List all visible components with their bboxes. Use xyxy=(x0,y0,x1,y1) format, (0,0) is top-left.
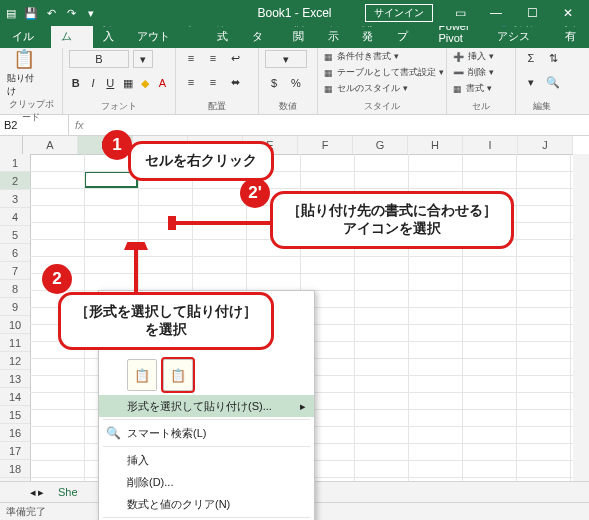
badge-2prime: 2' xyxy=(240,178,270,208)
paste-option-default[interactable]: 📋 xyxy=(127,359,157,391)
percent-icon[interactable]: % xyxy=(287,75,305,91)
sheet-nav-prev-icon[interactable]: ◂ xyxy=(30,486,36,499)
delete-cells-button[interactable]: ➖ 削除 ▾ xyxy=(453,66,509,79)
underline-button[interactable]: U xyxy=(104,75,117,91)
row-header[interactable]: 9 xyxy=(0,298,30,316)
spreadsheet-grid[interactable]: ABCDEFGHIJ 12345678910111213141516171819… xyxy=(0,136,589,502)
col-header[interactable]: I xyxy=(463,136,518,154)
group-number: 数値 xyxy=(265,100,311,113)
group-edit: 編集 xyxy=(522,100,562,113)
align-top-icon[interactable]: ≡ xyxy=(182,50,200,66)
sheet-nav-next-icon[interactable]: ▸ xyxy=(38,486,44,499)
col-header[interactable]: G xyxy=(353,136,408,154)
insert-cells-button[interactable]: ➕ 挿入 ▾ xyxy=(453,50,509,63)
callout-1: セルを右クリック xyxy=(128,141,274,181)
name-box[interactable]: B2 xyxy=(0,115,69,135)
ribbon-display-icon[interactable]: ▭ xyxy=(443,0,477,26)
bold-button[interactable]: B xyxy=(69,75,82,91)
align-center-icon[interactable]: ≡ xyxy=(204,74,222,90)
paste-label: 貼り付け xyxy=(7,72,41,98)
row-header[interactable]: 12 xyxy=(0,352,30,370)
callout-2prime: ［貼り付け先の書式に合わせる］ アイコンを選択 xyxy=(270,191,514,249)
undo-icon[interactable]: ↶ xyxy=(44,6,58,20)
ctx-clear[interactable]: 数式と値のクリア(N) xyxy=(99,493,314,515)
row-headers: 12345678910111213141516171819 xyxy=(0,154,31,482)
row-header[interactable]: 14 xyxy=(0,388,30,406)
ribbon: 📋 貼り付け クリップボード B ▾ B I U ▦ ◆ A フォント ≡ ≡ … xyxy=(0,48,589,115)
col-header[interactable]: A xyxy=(23,136,78,154)
ctx-delete[interactable]: 削除(D)... xyxy=(99,471,314,493)
row-header[interactable]: 6 xyxy=(0,244,30,262)
minimize-icon[interactable]: ― xyxy=(479,0,513,26)
ctx-insert[interactable]: 挿入 xyxy=(99,449,314,471)
font-color-button[interactable]: A xyxy=(156,75,169,91)
wrap-icon[interactable]: ↩ xyxy=(226,50,244,66)
vertical-scrollbar[interactable] xyxy=(573,154,589,482)
window-title: Book1 - Excel xyxy=(257,6,331,20)
ribbon-tabs: ファイル ホーム 挿入 ページ レイアウト 数式 データ 校閲 表示 開発 ヘル… xyxy=(0,26,589,48)
callout-2: ［形式を選択して貼り付け］ を選択 xyxy=(58,292,274,350)
font-size[interactable]: ▾ xyxy=(133,50,153,68)
border-button[interactable]: ▦ xyxy=(121,75,134,91)
group-align: 配置 xyxy=(182,100,252,113)
fill-icon[interactable]: ▾ xyxy=(522,74,540,90)
search-icon: 🔍 xyxy=(105,425,121,441)
close-icon[interactable]: ✕ xyxy=(551,0,585,26)
select-all-corner[interactable] xyxy=(0,136,23,154)
row-header[interactable]: 10 xyxy=(0,316,30,334)
sheet-tab[interactable]: She xyxy=(46,484,90,500)
autosum-icon[interactable]: Σ xyxy=(522,50,540,66)
font-name[interactable]: B xyxy=(69,50,129,68)
row-header[interactable]: 15 xyxy=(0,406,30,424)
col-header[interactable]: J xyxy=(518,136,573,154)
find-icon[interactable]: 🔍 xyxy=(544,74,562,90)
align-mid-icon[interactable]: ≡ xyxy=(204,50,222,66)
save-icon[interactable]: 💾 xyxy=(24,6,38,20)
table-format-button[interactable]: ▦ テーブルとして書式設定 ▾ xyxy=(324,66,440,79)
fill-color-button[interactable]: ◆ xyxy=(138,75,151,91)
row-header[interactable]: 7 xyxy=(0,262,30,280)
cell-styles-button[interactable]: ▦ セルのスタイル ▾ xyxy=(324,82,440,95)
paste-option-match-dest[interactable]: 📋 xyxy=(163,359,193,391)
row-header[interactable]: 2 xyxy=(0,172,30,190)
group-font: フォント xyxy=(69,100,169,113)
fx-icon[interactable]: fx xyxy=(75,119,84,131)
row-header[interactable]: 11 xyxy=(0,334,30,352)
row-header[interactable]: 8 xyxy=(0,280,30,298)
ctx-smart-lookup[interactable]: 🔍スマート検索(L) xyxy=(99,422,314,444)
title-bar: ▤ 💾 ↶ ↷ ▾ Book1 - Excel サインイン ▭ ― ☐ ✕ xyxy=(0,0,589,26)
row-header[interactable]: 13 xyxy=(0,370,30,388)
group-cells: セル xyxy=(453,100,509,113)
sort-icon[interactable]: ⇅ xyxy=(544,50,562,66)
badge-1: 1 xyxy=(102,130,132,160)
qat-more-icon[interactable]: ▾ xyxy=(84,6,98,20)
group-styles: スタイル xyxy=(324,100,440,113)
italic-button[interactable]: I xyxy=(86,75,99,91)
col-header[interactable]: H xyxy=(408,136,463,154)
cond-format-button[interactable]: ▦ 条件付き書式 ▾ xyxy=(324,50,440,63)
formula-bar-row: B2 fx xyxy=(0,115,589,136)
col-header[interactable]: F xyxy=(298,136,353,154)
merge-icon[interactable]: ⬌ xyxy=(226,74,244,90)
row-header[interactable]: 16 xyxy=(0,424,30,442)
paste-button[interactable]: 📋 貼り付け xyxy=(6,50,42,96)
submenu-arrow-icon: ▸ xyxy=(300,400,306,413)
ctx-paste-special[interactable]: 形式を選択して貼り付け(S)...▸ xyxy=(99,395,314,417)
badge-2: 2 xyxy=(42,264,72,294)
row-header[interactable]: 1 xyxy=(0,154,30,172)
maximize-icon[interactable]: ☐ xyxy=(515,0,549,26)
align-left-icon[interactable]: ≡ xyxy=(182,74,200,90)
row-header[interactable]: 4 xyxy=(0,208,30,226)
currency-icon[interactable]: $ xyxy=(265,75,283,91)
row-header[interactable]: 3 xyxy=(0,190,30,208)
row-header[interactable]: 17 xyxy=(0,442,30,460)
format-cells-button[interactable]: ▦ 書式 ▾ xyxy=(453,82,509,95)
row-header[interactable]: 18 xyxy=(0,460,30,478)
number-format[interactable]: ▾ xyxy=(265,50,307,68)
row-header[interactable]: 5 xyxy=(0,226,30,244)
signin-button[interactable]: サインイン xyxy=(365,4,433,22)
redo-icon[interactable]: ↷ xyxy=(64,6,78,20)
app-icon: ▤ xyxy=(4,6,18,20)
clipboard-icon: 📋 xyxy=(13,48,35,70)
